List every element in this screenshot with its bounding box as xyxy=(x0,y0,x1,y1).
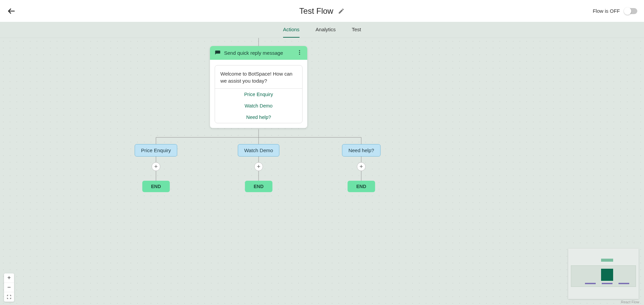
end-node[interactable]: END xyxy=(142,181,170,192)
minimap-shape xyxy=(601,269,613,281)
zoom-out-button[interactable]: − xyxy=(4,283,14,292)
header: Test Flow Flow is OFF xyxy=(0,0,644,22)
plus-icon: + xyxy=(154,163,158,170)
edges-layer xyxy=(0,38,644,305)
message-text: Welcome to BotSpace! How can we assist y… xyxy=(215,66,302,88)
node-quick-reply[interactable]: Send quick reply message Welcome to BotS… xyxy=(210,46,307,128)
node-body: Welcome to BotSpace! How can we assist y… xyxy=(210,60,307,128)
attribution: React Flow xyxy=(621,300,639,304)
page-title: Test Flow xyxy=(299,6,333,16)
node-more-button[interactable] xyxy=(297,49,303,56)
tab-label: Analytics xyxy=(316,27,336,32)
minus-icon: − xyxy=(7,284,11,291)
chat-icon xyxy=(215,50,221,56)
minimap-shape xyxy=(602,283,612,284)
message-bubble: Welcome to BotSpace! How can we assist y… xyxy=(215,65,303,123)
branch-need-help[interactable]: Need help? xyxy=(342,144,381,157)
pencil-icon xyxy=(338,8,345,14)
zoom-controls: + − xyxy=(4,273,14,302)
end-label: END xyxy=(356,184,366,189)
branch-price-enquiry[interactable]: Price Enquiry xyxy=(135,144,177,157)
tab-test[interactable]: Test xyxy=(352,22,361,38)
add-step-button[interactable]: + xyxy=(254,162,263,171)
zoom-in-button[interactable]: + xyxy=(4,273,14,283)
flow-toggle-label: Flow is OFF xyxy=(593,8,620,14)
edit-title-button[interactable] xyxy=(338,8,345,14)
node-title: Send quick reply message xyxy=(224,50,283,56)
fit-view-button[interactable] xyxy=(4,292,14,302)
option-price-enquiry: Price Enquiry xyxy=(215,89,302,100)
tab-label: Test xyxy=(352,27,361,32)
node-header: Send quick reply message xyxy=(210,46,307,60)
branch-label: Price Enquiry xyxy=(141,147,171,153)
svg-point-13 xyxy=(299,50,300,51)
end-label: END xyxy=(254,184,264,189)
tabs: Actions Analytics Test xyxy=(0,22,644,38)
end-node[interactable]: END xyxy=(245,181,272,192)
minimap-shape xyxy=(619,283,629,284)
tab-label: Actions xyxy=(283,27,300,32)
svg-point-15 xyxy=(299,54,300,55)
flow-canvas[interactable]: Send quick reply message Welcome to BotS… xyxy=(0,38,644,305)
svg-point-14 xyxy=(299,52,300,53)
plus-icon: + xyxy=(7,274,11,281)
fit-view-icon xyxy=(7,295,11,299)
option-need-help: Need help? xyxy=(215,112,302,123)
minimap-shape xyxy=(601,259,613,262)
minimap[interactable] xyxy=(568,249,639,299)
header-right: Flow is OFF xyxy=(593,8,637,14)
end-label: END xyxy=(151,184,161,189)
branch-label: Need help? xyxy=(348,147,374,153)
arrow-left-icon xyxy=(7,7,16,15)
plus-icon: + xyxy=(360,163,363,170)
back-button[interactable] xyxy=(7,6,16,16)
flow-toggle[interactable] xyxy=(625,8,637,14)
add-step-button[interactable]: + xyxy=(152,162,160,171)
toggle-knob xyxy=(624,7,631,15)
title-group: Test Flow xyxy=(299,6,344,16)
branch-label: Watch Demo xyxy=(244,147,273,153)
option-watch-demo: Watch Demo xyxy=(215,100,302,112)
branch-watch-demo[interactable]: Watch Demo xyxy=(238,144,279,157)
end-node[interactable]: END xyxy=(347,181,375,192)
plus-icon: + xyxy=(257,163,261,170)
add-step-button[interactable]: + xyxy=(357,162,366,171)
minimap-shape xyxy=(585,283,596,284)
tab-analytics[interactable]: Analytics xyxy=(316,22,336,38)
tab-actions[interactable]: Actions xyxy=(283,22,300,38)
more-vert-icon xyxy=(297,49,303,55)
